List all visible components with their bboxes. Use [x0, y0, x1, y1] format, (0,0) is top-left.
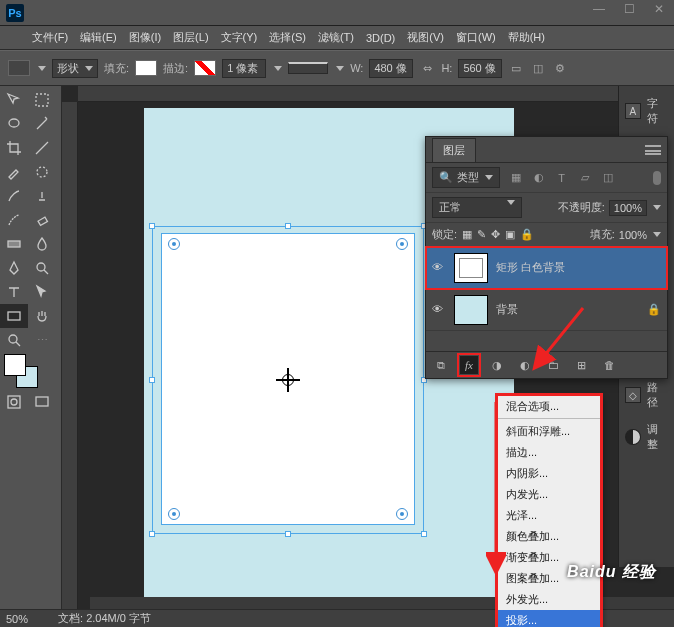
close-button[interactable]: ✕ [644, 0, 674, 18]
menu-drop-shadow[interactable]: 投影... [498, 610, 600, 627]
maximize-button[interactable]: ☐ [614, 0, 644, 18]
character-panel-tab[interactable]: A字符 [619, 90, 674, 132]
screenmode-tool[interactable] [28, 390, 56, 414]
menu-outer-glow[interactable]: 外发光... [498, 589, 600, 610]
pathops-icon[interactable]: ◫ [530, 60, 546, 76]
menu-help[interactable]: 帮助(H) [504, 28, 549, 47]
blur-tool[interactable] [28, 232, 56, 256]
menu-inner-glow[interactable]: 内发光... [498, 484, 600, 505]
filter-type-icon[interactable]: T [554, 170, 569, 185]
rectangle-tool[interactable] [0, 304, 28, 328]
menu-color-overlay[interactable]: 颜色叠加... [498, 526, 600, 547]
adjustment-layer-button[interactable]: ◐ [516, 356, 534, 374]
transform-handle[interactable] [149, 377, 155, 383]
menu-bevel[interactable]: 斜面和浮雕... [498, 421, 600, 442]
foreground-color-swatch[interactable] [4, 354, 26, 376]
visibility-icon[interactable]: 👁 [432, 261, 446, 275]
menu-type[interactable]: 文字(Y) [217, 28, 262, 47]
menu-layer[interactable]: 图层(L) [169, 28, 212, 47]
new-layer-button[interactable]: ⊞ [572, 356, 590, 374]
width-input[interactable]: 480 像 [369, 59, 413, 78]
slice-tool[interactable] [28, 136, 56, 160]
delete-layer-button[interactable]: 🗑 [600, 356, 618, 374]
edit-toolbar[interactable]: ⋯ [28, 328, 56, 352]
lock-transparent-icon[interactable]: ▦ [462, 228, 472, 241]
color-swatches[interactable] [0, 352, 61, 390]
document-info[interactable]: 文档: 2.04M/0 字节 [58, 611, 151, 626]
minimize-button[interactable]: — [584, 0, 614, 18]
adjustments-panel-tab[interactable]: 调整 [619, 416, 674, 458]
filter-shape-icon[interactable]: ▱ [577, 170, 592, 185]
history-brush-tool[interactable] [0, 208, 28, 232]
tool-preset[interactable] [8, 60, 30, 76]
menu-file[interactable]: 文件(F) [28, 28, 72, 47]
layer-name[interactable]: 矩形 白色背景 [496, 260, 661, 275]
move-tool[interactable] [0, 88, 28, 112]
fx-button[interactable]: fx [460, 356, 478, 374]
layer-item[interactable]: 👁 背景 🔒 [426, 289, 667, 331]
fill-swatch[interactable] [135, 60, 157, 76]
transform-handle[interactable] [421, 531, 427, 537]
lasso-tool[interactable] [0, 112, 28, 136]
menu-filter[interactable]: 滤镜(T) [314, 28, 358, 47]
panel-menu-icon[interactable] [645, 145, 661, 155]
stamp-tool[interactable] [28, 184, 56, 208]
path-select-tool[interactable] [28, 280, 56, 304]
menu-image[interactable]: 图像(I) [125, 28, 165, 47]
brush-tool[interactable] [0, 184, 28, 208]
gear-icon[interactable]: ⚙ [552, 60, 568, 76]
stroke-swatch[interactable] [194, 60, 216, 76]
mask-button[interactable]: ◑ [488, 356, 506, 374]
layer-thumbnail[interactable] [454, 253, 488, 283]
layers-panel-tab[interactable]: 图层 [432, 138, 476, 162]
gradient-tool[interactable] [0, 232, 28, 256]
filter-toggle[interactable] [653, 171, 661, 185]
lock-artboard-icon[interactable]: ▣ [505, 228, 515, 241]
eyedropper-tool[interactable] [0, 160, 28, 184]
zoom-level[interactable]: 50% [6, 613, 28, 625]
menu-3d[interactable]: 3D(D) [362, 30, 399, 46]
transform-bounding-box[interactable] [152, 226, 424, 534]
layer-name[interactable]: 背景 [496, 302, 639, 317]
transform-handle[interactable] [149, 223, 155, 229]
lock-all-icon[interactable]: 🔒 [520, 228, 534, 241]
transform-handle[interactable] [149, 531, 155, 537]
transform-pivot[interactable] [279, 371, 297, 389]
transform-handle[interactable] [285, 531, 291, 537]
menu-blending-options[interactable]: 混合选项... [498, 396, 600, 419]
filter-smart-icon[interactable]: ◫ [600, 170, 615, 185]
wand-tool[interactable] [28, 112, 56, 136]
quickmask-tool[interactable] [0, 390, 28, 414]
filter-adjust-icon[interactable]: ◐ [531, 170, 546, 185]
stroke-style-dropdown[interactable] [288, 62, 328, 74]
zoom-tool[interactable] [0, 328, 28, 352]
transform-handle[interactable] [285, 223, 291, 229]
hand-tool[interactable] [28, 304, 56, 328]
fill-opacity-input[interactable]: 100% [619, 229, 647, 241]
align-icon[interactable]: ▭ [508, 60, 524, 76]
menu-select[interactable]: 选择(S) [265, 28, 310, 47]
menu-stroke[interactable]: 描边... [498, 442, 600, 463]
menu-view[interactable]: 视图(V) [403, 28, 448, 47]
link-layers-button[interactable]: ⧉ [432, 356, 450, 374]
layer-item[interactable]: 👁 矩形 白色背景 [426, 247, 667, 289]
menu-window[interactable]: 窗口(W) [452, 28, 500, 47]
marquee-tool[interactable] [28, 88, 56, 112]
eraser-tool[interactable] [28, 208, 56, 232]
paths-panel-tab[interactable]: ◇路径 [619, 374, 674, 416]
visibility-icon[interactable]: 👁 [432, 303, 446, 317]
opacity-input[interactable]: 100% [609, 200, 647, 216]
stroke-width-input[interactable]: 1 像素 [222, 59, 266, 78]
lock-image-icon[interactable]: ✎ [477, 228, 486, 241]
dodge-tool[interactable] [28, 256, 56, 280]
lock-position-icon[interactable]: ✥ [491, 228, 500, 241]
menu-inner-shadow[interactable]: 内阴影... [498, 463, 600, 484]
blend-mode-dropdown[interactable]: 正常 [432, 197, 522, 218]
filter-type-dropdown[interactable]: 🔍类型 [432, 167, 500, 188]
type-tool[interactable] [0, 280, 28, 304]
patch-tool[interactable] [28, 160, 56, 184]
menu-edit[interactable]: 编辑(E) [76, 28, 121, 47]
ruler-horizontal[interactable] [78, 86, 674, 102]
ruler-vertical[interactable] [62, 102, 78, 609]
group-button[interactable]: 🗀 [544, 356, 562, 374]
